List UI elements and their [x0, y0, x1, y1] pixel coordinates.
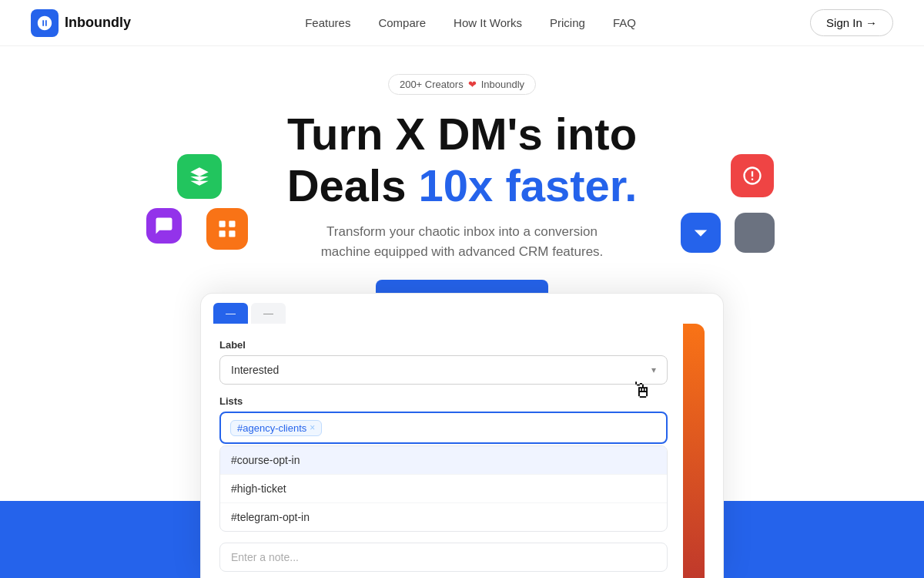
svg-rect-3 — [229, 230, 235, 237]
preview-content: Label Interested ▾ Lists #agency-clients… — [201, 324, 723, 578]
nav-faq[interactable]: FAQ — [613, 16, 636, 30]
note-field[interactable]: Enter a note... — [219, 543, 668, 572]
svg-rect-1 — [229, 221, 235, 227]
dropdown-item-2[interactable]: #telegram-opt-in — [220, 503, 667, 531]
nav-links: Features Compare How It Works Pricing FA… — [305, 16, 636, 30]
svg-rect-0 — [219, 221, 226, 227]
preview-tab-inactive[interactable]: — — [251, 303, 286, 324]
logo-text: Inboundly — [65, 15, 131, 31]
heart-icon: ❤ — [468, 79, 477, 90]
badge-creators-text: 200+ Creators — [400, 79, 464, 90]
tag-agency-clients[interactable]: #agency-clients × — [230, 420, 322, 436]
logo-icon — [31, 9, 59, 37]
nav-features[interactable]: Features — [305, 16, 350, 30]
float-icon-red — [731, 154, 774, 197]
chevron-down-icon: ▾ — [651, 365, 656, 375]
dropdown-item-1[interactable]: #high-ticket — [220, 475, 667, 503]
logo-svg — [36, 15, 53, 32]
creators-badge: 200+ Creators ❤ Inboundly — [388, 74, 536, 95]
lists-section: Lists #agency-clients × #course-opt-in #… — [219, 395, 668, 532]
svg-rect-2 — [219, 230, 226, 237]
label-section: Label Interested ▾ — [219, 339, 668, 385]
badge-brand-text: Inboundly — [481, 79, 524, 90]
hero-title: Turn X DM's into Deals 10x faster. — [0, 109, 924, 211]
hero-title-highlight: 10x faster. — [419, 160, 638, 210]
float-icon-purple — [146, 208, 182, 244]
sign-in-button[interactable]: Sign In → — [810, 9, 893, 36]
dropdown-item-0[interactable]: #course-opt-in — [220, 446, 667, 475]
logo[interactable]: Inboundly — [31, 9, 131, 37]
label-value: Interested — [231, 364, 279, 376]
preview-right-sidebar — [683, 324, 705, 578]
lists-heading: Lists — [219, 395, 668, 407]
nav-how-it-works[interactable]: How It Works — [454, 16, 522, 30]
hero-title-line1: Turn X DM's into — [287, 109, 637, 159]
preview-tab-active[interactable]: — — [213, 303, 248, 324]
preview-card: — — Label Interested ▾ Lists — [200, 293, 724, 578]
tags-input-field[interactable]: #agency-clients × — [219, 412, 668, 444]
nav-pricing[interactable]: Pricing — [550, 16, 585, 30]
navbar: Inboundly Features Compare How It Works … — [0, 0, 924, 46]
crm-preview-section: — — Label Interested ▾ Lists — [0, 293, 924, 578]
float-icon-gray — [735, 213, 775, 253]
nav-compare[interactable]: Compare — [378, 16, 426, 30]
hero-title-line2-normal: Deals — [287, 160, 419, 210]
float-icon-green — [177, 154, 222, 199]
label-heading: Label — [219, 339, 668, 351]
tag-label: #agency-clients — [237, 422, 306, 434]
float-icon-orange — [206, 208, 248, 250]
preview-tabs: — — — [201, 294, 723, 324]
hero-subtitle: Transform your chaotic inbox into a conv… — [300, 222, 624, 261]
float-icon-blue — [681, 213, 721, 253]
tag-remove-icon[interactable]: × — [310, 422, 315, 433]
lists-dropdown: #course-opt-in #high-ticket #telegram-op… — [219, 445, 668, 532]
label-select[interactable]: Interested ▾ — [219, 355, 668, 385]
preview-left-panel: Label Interested ▾ Lists #agency-clients… — [219, 339, 668, 578]
